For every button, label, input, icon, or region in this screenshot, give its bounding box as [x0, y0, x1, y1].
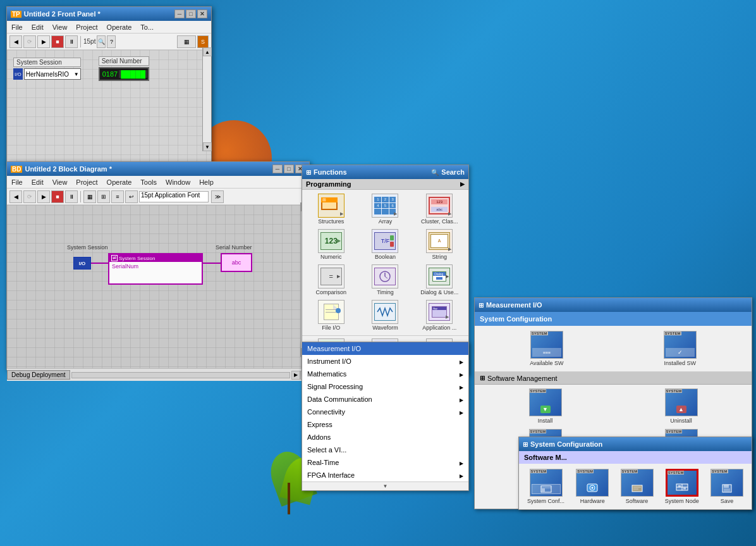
fp-session-dropdown[interactable]: HerNameIsRIO ▼ [24, 68, 81, 80]
bd-tb-back[interactable]: ◀ [9, 190, 22, 203]
bd-tb-forward[interactable]: ⟳ [23, 190, 36, 203]
fp-maximize-btn[interactable]: □ [186, 9, 196, 18]
fp-menu-project[interactable]: Project [74, 23, 99, 31]
save-item[interactable]: SYSTEM Save [709, 468, 745, 506]
bd-menu-file[interactable]: File [9, 178, 25, 186]
fp-vscroll-up[interactable]: ▲ [203, 47, 212, 56]
fp-close-btn[interactable]: ✕ [197, 9, 207, 18]
fp-tb-run[interactable]: ▶ [37, 35, 50, 48]
bd-debug-btn[interactable]: Debug Deployment [7, 370, 70, 380]
cat-arrow-connectivity [460, 408, 463, 416]
bd-tb-right[interactable]: ≫ [211, 190, 224, 203]
cat-item-realtime[interactable]: Real-Time [302, 456, 468, 469]
fp-tb-abort[interactable]: ■ [51, 35, 64, 48]
palette-category-label: Programming [306, 180, 351, 188]
palette-item-comparison[interactable]: = ▶ Comparison [305, 263, 358, 297]
bd-maximize-btn[interactable]: □ [284, 164, 294, 173]
cat-item-select-vi[interactable]: Select a VI... [302, 444, 468, 456]
cat-item-signal[interactable]: Signal Processing [302, 380, 468, 393]
fp-tb-forward[interactable]: ⟳ [23, 35, 36, 48]
bd-menu-edit[interactable]: Edit [30, 178, 46, 186]
palette-item-boolean[interactable]: T/F Boolean [359, 228, 412, 262]
fp-tb-help[interactable]: ? [107, 35, 116, 48]
palette-item-numeric[interactable]: 123 ▶ Numeric [305, 228, 358, 262]
fp-tb-zoom[interactable]: 🔍 [97, 35, 106, 48]
install-label: Install [538, 418, 553, 424]
palette-item-dialog[interactable]: Dialog ▶ Dialog & Use... [413, 263, 466, 297]
sw-item-installed[interactable]: SYSTEM ✓ Installed SW [662, 330, 698, 368]
cat-scroll-down[interactable]: ▼ [302, 481, 468, 490]
svg-rect-30 [724, 485, 729, 488]
bd-scroll-right[interactable]: ▶ [291, 371, 300, 380]
fp-minimize-btn[interactable]: ─ [174, 9, 185, 18]
fp-vscroll-track [203, 56, 211, 142]
fp-menu-edit[interactable]: Edit [30, 23, 46, 31]
bd-font-select[interactable]: 15pt Application Font [139, 191, 209, 202]
fp-view-btns: ▦ S [177, 35, 209, 48]
hardware-item[interactable]: SYSTEM Hardware [575, 468, 610, 506]
palette-item-application[interactable]: App ▶ Application ... [413, 299, 466, 333]
fp-menu-operate[interactable]: Operate [105, 23, 134, 31]
sys-config-nested-title-bar: ⊞ System Configuration [519, 437, 752, 451]
palette-item-cluster[interactable]: 123 abc ▶ Cluster, Clas... [413, 192, 466, 226]
sys-conf-item[interactable]: SYSTEM System Conf... [526, 468, 566, 506]
palette-title-bar: ⊞ Functions 🔍 Search [302, 165, 468, 179]
bd-tb-pause[interactable]: ⏸ [65, 190, 78, 203]
bd-session-block-title: ⇌ System Session [109, 254, 202, 262]
fp-menu-file[interactable]: File [9, 23, 25, 31]
cat-item-mio[interactable]: Measurement I/O [302, 342, 468, 355]
sw-item-available[interactable]: SYSTEM ≡≡≡ Available SW [528, 330, 564, 368]
bd-tb-align[interactable]: ≡ [111, 190, 124, 203]
palette-item-timing[interactable]: Timing [359, 263, 412, 297]
bd-io-node: I/O [73, 257, 91, 270]
palette-item-fileio[interactable]: File I/O [305, 299, 358, 333]
system-node-item[interactable]: SYSTEM System Node [664, 468, 700, 506]
fp-tb-pause[interactable]: ⏸ [65, 35, 78, 48]
cat-item-addons[interactable]: Addons [302, 431, 468, 444]
bd-menu-view[interactable]: View [51, 178, 70, 186]
bd-minimize-btn[interactable]: ─ [272, 164, 283, 173]
cat-item-math[interactable]: Mathematics [302, 368, 468, 380]
sw-item-uninstall[interactable]: SYSTEM ▲ Uninstall [614, 387, 748, 425]
waveform-svg [376, 306, 394, 318]
palette-item-array[interactable]: 1 2 3 4 5 6 ▶ Array [359, 192, 412, 226]
bd-menu-help[interactable]: Help [197, 178, 216, 186]
bd-menu-window[interactable]: Window [164, 178, 192, 186]
sw-item-install[interactable]: SYSTEM ▼ Install [479, 387, 612, 425]
bd-menu-project[interactable]: Project [74, 178, 99, 186]
bd-tb-run[interactable]: ▶ [37, 190, 50, 203]
cat-item-connectivity[interactable]: Connectivity [302, 406, 468, 418]
palette-item-string[interactable]: A ▶ String [413, 228, 466, 262]
sw-mgmt-label: Software Management [487, 375, 558, 382]
cat-item-fpga[interactable]: FPGA Interface [302, 469, 468, 481]
comparison-icon: = ▶ [318, 264, 344, 289]
palette-grid: ⊞ ▶ Structures 1 2 3 4 5 6 [302, 190, 468, 335]
available-sw-icon: SYSTEM ≡≡≡ [530, 331, 563, 359]
fp-menu-bar: File Edit View Project Operate To... [7, 21, 211, 34]
bd-menu-operate[interactable]: Operate [105, 178, 134, 186]
bd-title-bar: BD Untitled 2 Block Diagram * ─ □ ✕ [7, 162, 309, 176]
bd-scrollbar-h[interactable] [71, 372, 290, 378]
save-svg [722, 484, 732, 493]
cat-item-express[interactable]: Express [302, 418, 468, 431]
bd-tb-grid[interactable]: ⊞ [97, 190, 110, 203]
fp-vscroll[interactable]: ▲ ▼ [202, 47, 211, 151]
cat-item-instrument[interactable]: Instrument I/O [302, 355, 468, 368]
fp-menu-to[interactable]: To... [138, 23, 155, 31]
fp-tb-view2[interactable]: S [197, 35, 209, 48]
fp-tb-view1[interactable]: ▦ [177, 35, 196, 48]
bd-tb-undo[interactable]: ↩ [125, 190, 138, 203]
sysnode-svg [676, 483, 688, 492]
bd-tb-view[interactable]: ▦ [83, 190, 96, 203]
uninstall-icon: SYSTEM ▲ [665, 388, 698, 416]
cat-item-data-comm[interactable]: Data Communication [302, 393, 468, 406]
palette-item-structures[interactable]: ⊞ ▶ Structures [305, 192, 358, 226]
palette-item-waveform[interactable]: Waveform [359, 299, 412, 333]
bd-tb-abort[interactable]: ■ [51, 190, 64, 203]
bd-menu-tools[interactable]: Tools [138, 178, 159, 186]
fp-vscroll-down[interactable]: ▼ [203, 142, 212, 151]
fp-tb-back[interactable]: ◀ [9, 35, 22, 48]
mio-icon: ⊞ [479, 302, 484, 309]
software-item[interactable]: SYSTEM Software [619, 468, 655, 506]
fp-menu-view[interactable]: View [51, 23, 70, 31]
